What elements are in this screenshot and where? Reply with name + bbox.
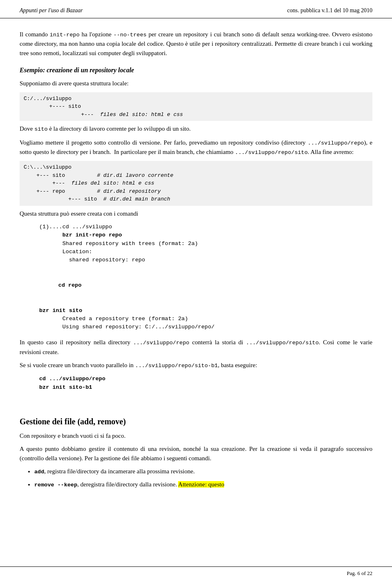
init-repo-code: init-repo [50, 32, 80, 38]
sviluppo-repo-code: .../sviluppo/repo [308, 140, 364, 146]
footer-page-number: Pag. 6 of 22 [347, 570, 372, 577]
sviluppo-repo-sito-code: .../sviluppo/repo/sito [235, 149, 307, 156]
numbered-code-block: (1)....cd .../sviluppo bzr init-repo rep… [39, 222, 372, 265]
code-block-tree1: C:/.../sviluppo +---- sito +--- files de… [20, 92, 372, 121]
section1-para1: Supponiamo di avere questa struttura loc… [20, 79, 372, 88]
add-description: , registra file/directory da incamerare … [44, 468, 195, 475]
section1-para5: In questo caso il repository nella direc… [20, 338, 372, 357]
h2-gestione-heading: Gestione dei file (add, remove) [20, 417, 372, 426]
header-right-version: cons. pubblica v.1.1 del 10 mag 2010 [287, 7, 372, 14]
cd-repo-code: cd repo [39, 272, 372, 298]
section1-para2: Dove sito è la directory di lavoro corre… [20, 124, 372, 134]
section1-para6: Se si vuole creare un branch vuoto paral… [20, 361, 372, 370]
section1-heading: Esempio: creazione di un repository loca… [20, 67, 372, 74]
page-footer: Pag. 6 of 22 [0, 566, 392, 577]
remove-description: , deregistra file/directory dalla revisi… [77, 481, 178, 488]
list-item-remove: remove --keep, deregistra file/directory… [34, 480, 372, 489]
section1-para3: Vogliamo mettere il progetto sotto contr… [20, 138, 372, 157]
attention-highlight: Attenzione: questo [178, 481, 224, 488]
intro-paragraph: Il comando init-repo ha l'opzione --no-t… [20, 30, 372, 58]
sito-code: sito [34, 126, 47, 132]
main-content: Il comando init-repo ha l'opzione --no-t… [0, 18, 392, 518]
header-left-title: Appunti per l'uso di Bazaar [20, 7, 83, 14]
bzr-init-sito-code: bzr init sito Created a repository tree … [39, 306, 372, 332]
sviluppo-repo-code2: .../sviluppo/repo [133, 340, 189, 346]
no-trees-code: --no-trees [114, 32, 147, 38]
h2-para1: Con repository e branch vuoti ci si fa p… [20, 431, 372, 441]
cd-sviluppo-code-block: cd .../sviluppo/repo bzr init sito-b1 [39, 374, 372, 392]
code-block-tree2: C:\...\sviluppo +--- sito # dir.di lavor… [20, 161, 372, 206]
commands-list: add, registra file/directory da incamera… [34, 467, 372, 489]
sito-b1-code: .../sviluppo/repo/sito-b1 [135, 363, 218, 369]
numbered-code-section: (1)....cd .../sviluppo bzr init-repo rep… [39, 222, 372, 332]
section1-para4: Questa struttura può essere creata con i… [20, 209, 372, 218]
page-header: Appunti per l'uso di Bazaar cons. pubbli… [0, 0, 392, 18]
add-code: add [34, 469, 44, 475]
remove-keep-code: remove --keep [34, 482, 77, 488]
list-item-add: add, registra file/directory da incamera… [34, 467, 372, 476]
sviluppo-repo-sito-code2: .../sviluppo/repo/sito [246, 340, 318, 346]
h2-para2: A questo punto dobbiamo gestire il conte… [20, 444, 372, 463]
cd-and-init-code: cd .../sviluppo/repo bzr init sito-b1 [39, 374, 372, 392]
